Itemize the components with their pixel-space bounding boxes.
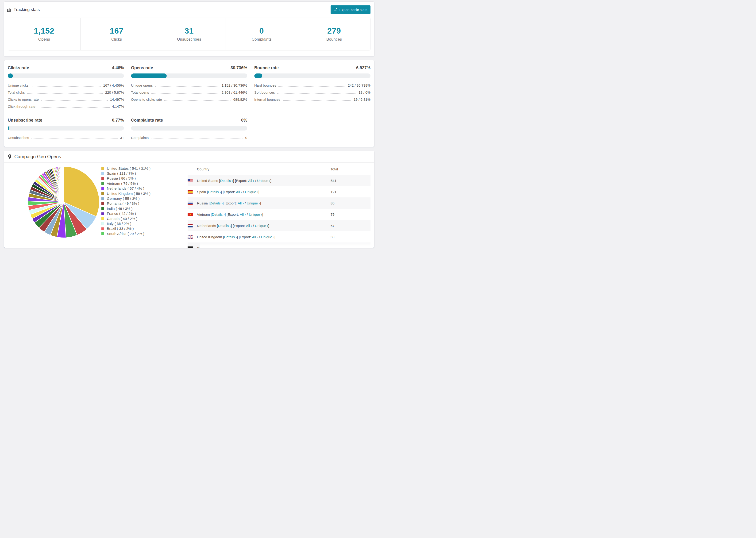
details-link[interactable]: Details › — [208, 190, 221, 194]
export-button-label: Export basic stats — [340, 8, 367, 12]
export-all-link[interactable]: All › — [252, 235, 258, 239]
geo-country-cell: Russia [Details ›] [Export: All › / Uniq… — [188, 201, 331, 205]
page-title: Tracking stats — [14, 7, 40, 12]
link-punctuation: ] — [264, 246, 265, 248]
link-punctuation: / — [254, 179, 257, 183]
legend-swatch — [101, 207, 104, 210]
legend-label: Russia ( 86 / 5% ) — [107, 176, 136, 181]
geo-country-cell: Spain [Details ›] [Export: All › / Uniqu… — [188, 190, 331, 194]
legend-item: Canada ( 40 / 2% ) — [101, 216, 188, 221]
dotted-leader — [151, 93, 219, 94]
link-punctuation: ] — [260, 201, 261, 205]
country-name: United Kingdom — [197, 235, 222, 239]
rate-detail-row: Internal bounces19 / 6.81% — [254, 97, 370, 101]
country-name: United States — [197, 179, 218, 183]
link-punctuation: ] — [270, 179, 271, 183]
export-unique-link[interactable]: Unique › — [255, 224, 268, 228]
export-basic-stats-button[interactable]: Export basic stats — [331, 5, 370, 14]
rates-card: Clicks rate4.46%Unique clicks167 / 4.456… — [4, 60, 374, 147]
rate-rows: Hard bounces242 / 86.738%Soft bounces18 … — [254, 83, 370, 101]
export-unique-link[interactable]: Unique › — [261, 235, 274, 239]
export-unique-link[interactable]: Unique › — [249, 212, 262, 216]
dotted-leader — [283, 100, 351, 101]
link-punctuation: ] [ — [226, 246, 229, 248]
export-all-link[interactable]: All › — [246, 224, 252, 228]
geo-total-value: 541 — [331, 179, 370, 183]
legend-swatch — [101, 192, 104, 195]
rate-rows: Unsubscribes31 — [8, 136, 124, 140]
summary-value: 0 — [259, 26, 264, 35]
export-all-link[interactable]: All › — [236, 190, 242, 194]
detail-value: 167 / 4.456% — [103, 83, 124, 87]
total-column-header: Total — [331, 167, 370, 171]
legend-label: Romania ( 49 / 3% ) — [107, 201, 139, 206]
rate-head: Complaints rate0% — [131, 118, 247, 123]
export-unique-link[interactable]: Unique › — [245, 190, 258, 194]
details-link[interactable]: Details › — [213, 246, 226, 248]
geo-country-cell: Netherlands [Details ›] [Export: All › /… — [188, 224, 331, 228]
link-punctuation: / — [252, 224, 255, 228]
summary-cell: 167Clicks — [81, 18, 153, 50]
link-punctuation: ] [ — [231, 224, 234, 228]
summary-label: Opens — [38, 37, 50, 42]
rate-detail-row: Click through rate4.147% — [8, 104, 124, 108]
legend-swatch — [101, 202, 104, 205]
export-unique-link[interactable]: Unique › — [247, 201, 260, 205]
rate-title: Opens rate — [131, 66, 153, 71]
rate-detail-row: Complaints0 — [131, 136, 247, 140]
legend-label: India ( 46 / 3% ) — [107, 207, 133, 211]
details-link[interactable]: Details › — [218, 224, 231, 228]
details-link[interactable]: Details › — [220, 179, 233, 183]
details-link[interactable]: Details › — [224, 235, 237, 239]
link-punctuation: ] [ — [223, 201, 226, 205]
export-unique-link[interactable]: Unique › — [250, 246, 264, 248]
dotted-leader — [277, 93, 356, 94]
legend-item: Germany ( 55 / 3% ) — [101, 196, 188, 201]
detail-value: 2,303 / 61.446% — [222, 90, 247, 94]
rate-detail-row: Total opens2,303 / 61.446% — [131, 90, 247, 94]
summary-value: 167 — [110, 26, 124, 35]
rate-panel: Clicks rate4.46%Unique clicks167 / 4.456… — [8, 66, 124, 108]
legend-item: Vietnam ( 79 / 5% ) — [101, 181, 188, 186]
detail-label: Click through rate — [8, 104, 35, 108]
tracking-stats-title-group: Tracking stats — [7, 7, 40, 12]
rate-detail-row: Unique clicks167 / 4.456% — [8, 83, 124, 87]
geo-table-header-row: Country Total — [188, 163, 370, 175]
rate-detail-row: Unique opens1,152 / 30.736% — [131, 83, 247, 87]
geo-country-cell: Germany [Details ›] [Export: All › / Uni… — [188, 246, 331, 248]
detail-value: 220 / 5.87% — [105, 90, 124, 94]
link-punctuation: Export: — [228, 212, 240, 216]
link-punctuation: ] — [274, 235, 275, 239]
dotted-leader — [164, 100, 231, 101]
export-all-link[interactable]: All › — [248, 179, 254, 183]
link-punctuation: Export: — [234, 224, 246, 228]
export-unique-link[interactable]: Unique › — [257, 179, 270, 183]
legend-item: South Africa ( 29 / 2% ) — [101, 231, 188, 236]
export-all-link[interactable]: All › — [238, 201, 244, 205]
rate-panel: Bounce rate6.927%Hard bounces242 / 86.73… — [254, 66, 370, 108]
rate-title: Clicks rate — [8, 66, 29, 71]
geo-total-value: 121 — [331, 190, 370, 194]
rate-value: 30.736% — [231, 66, 247, 71]
legend-item: India ( 46 / 3% ) — [101, 206, 188, 211]
dotted-leader — [31, 86, 101, 86]
link-punctuation: Export: — [226, 201, 238, 205]
link-punctuation: / — [242, 190, 245, 194]
legend-swatch — [101, 232, 104, 235]
geo-pie-wrap — [9, 163, 101, 248]
nl-flag-icon — [188, 224, 193, 228]
details-link[interactable]: Details › — [210, 201, 223, 205]
summary-value: 279 — [327, 26, 341, 35]
rate-detail-row: Opens to clicks rate689.82% — [131, 97, 247, 101]
detail-value: 19 / 6.81% — [353, 97, 370, 101]
progress-track — [8, 74, 124, 78]
export-all-link[interactable]: All › — [240, 212, 246, 216]
legend-item: Russia ( 86 / 5% ) — [101, 176, 188, 181]
geo-legend: United States ( 541 / 31% )Spain ( 121 /… — [101, 163, 188, 248]
export-all-link[interactable]: All › — [242, 246, 247, 248]
vn-flag-icon — [188, 213, 193, 216]
progress-fill — [8, 74, 13, 78]
rate-detail-row: Clicks to opens rate14.497% — [8, 97, 124, 101]
tracking-stats-card: Tracking stats Export basic stats 1,152O… — [4, 1, 374, 56]
details-link[interactable]: Details › — [212, 212, 225, 216]
